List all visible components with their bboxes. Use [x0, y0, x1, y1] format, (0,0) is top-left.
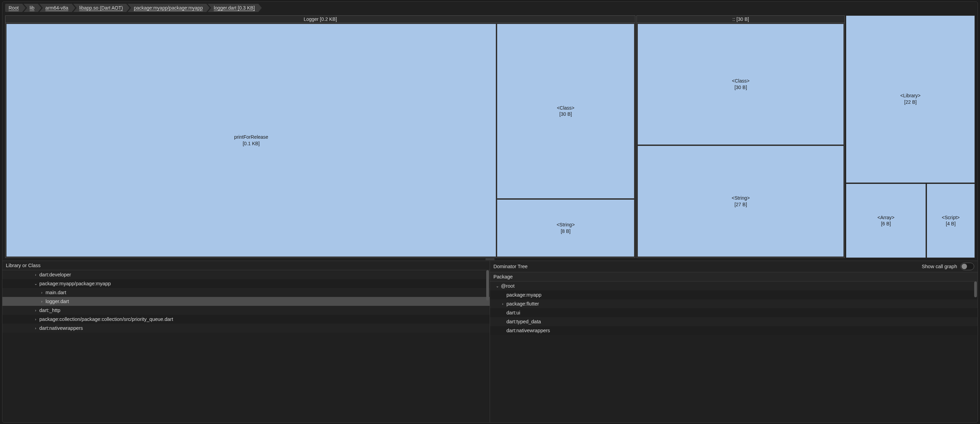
tree-row-selected[interactable]: › logger.dart [2, 297, 490, 306]
treemap-cell-name: <Class> [732, 78, 749, 84]
treemap-cell-library[interactable]: <Library> [22 B] [846, 15, 975, 183]
breadcrumb-label: arm64-v8a [46, 5, 68, 11]
tree-row-label: logger.dart [46, 299, 69, 304]
treemap-cell-size: [30 B] [734, 84, 747, 91]
tree-row[interactable]: dart:ui [490, 308, 978, 317]
breadcrumb-label: Root [8, 5, 19, 11]
treemap-group-header: :: [30 B] [637, 16, 845, 23]
tree-row[interactable]: › main.dart [2, 288, 490, 297]
tree-row-label: main.dart [46, 290, 66, 295]
breadcrumb-label: libapp.so (Dart AOT) [80, 5, 123, 11]
chevron-right-icon: › [39, 299, 44, 303]
show-call-graph-toggle[interactable] [961, 263, 974, 270]
chevron-right-icon: › [33, 326, 38, 330]
breadcrumb-label: package:myapp/package:myapp [134, 5, 203, 11]
treemap-cell-size: [6 B] [881, 220, 891, 227]
treemap-group-right: <Library> [22 B] <Array> [6 B] <Script> … [846, 15, 975, 258]
bottom-panels: Library or Class › dart:developer ⌄ pack… [2, 261, 978, 422]
tree-row-label: package:collection/package:collection/sr… [39, 316, 173, 322]
toggle-knob [961, 264, 967, 269]
treemap-cell-class[interactable]: <Class> [30 B] [497, 24, 635, 199]
column-title: Package [493, 274, 512, 279]
library-tree-header: Library or Class [2, 261, 490, 270]
scrollbar-thumb[interactable] [486, 270, 489, 300]
show-call-graph-control: Show call graph [922, 263, 974, 270]
treemap-cell-size: [0.1 KB] [243, 140, 260, 147]
library-tree-body[interactable]: › dart:developer ⌄ package:myapp/package… [2, 270, 490, 422]
tree-row-label: dart:typed_data [506, 319, 541, 324]
treemap-cell-size: [22 B] [904, 99, 917, 105]
tree-row[interactable]: dart:typed_data [490, 317, 978, 326]
breadcrumb-lib[interactable]: lib [24, 4, 38, 12]
tree-row[interactable]: dart:nativewrappers [490, 326, 978, 335]
tree-row[interactable]: package:myapp [490, 290, 978, 299]
tree-row[interactable]: ⌄ package:myapp/package:myapp [2, 279, 490, 288]
breadcrumb-label: logger.dart [0.3 KB] [214, 5, 255, 11]
tree-row-label: dart:developer [39, 272, 71, 277]
breadcrumb-root[interactable]: Root [5, 4, 22, 12]
treemap-group-logger[interactable]: Logger [0.2 KB] printForRelease [0.1 KB]… [5, 15, 635, 258]
tree-row[interactable]: › package:collection/package:collection/… [2, 315, 490, 324]
chevron-right-icon: › [39, 290, 44, 295]
treemap-group-colon[interactable]: :: [30 B] <Class> [30 B] <String> [27 B] [636, 15, 845, 258]
treemap-cell-name: printForRelease [234, 134, 268, 140]
scrollbar-thumb[interactable] [974, 282, 977, 297]
tree-row[interactable]: ⌄ @root [490, 282, 978, 290]
breadcrumb-file[interactable]: logger.dart [0.3 KB] [208, 4, 258, 12]
treemap-cell-script[interactable]: <Script> [4 B] [927, 183, 975, 258]
breadcrumb: Root lib arm64-v8a libapp.so (Dart AOT) … [2, 2, 978, 14]
dominator-tree-body[interactable]: ⌄ @root package:myapp › package:flutter … [490, 282, 978, 422]
treemap-cell-name: <String> [557, 222, 575, 228]
breadcrumb-package[interactable]: package:myapp/package:myapp [127, 4, 206, 12]
package-column-header: Package [490, 272, 978, 282]
vertical-splitter[interactable] [2, 258, 978, 261]
chevron-right-icon: › [33, 317, 38, 321]
chevron-right-icon: › [33, 273, 38, 277]
tree-row-label: dart:ui [506, 310, 520, 316]
dominator-tree-pane: Dominator Tree Show call graph Package ⌄… [490, 261, 978, 422]
column-title: Library or Class [6, 263, 41, 268]
tree-row-label: @root [501, 283, 515, 289]
tree-row-label: dart:nativewrappers [39, 325, 83, 331]
chevron-down-icon: ⌄ [33, 282, 38, 286]
tree-row-label: package:myapp [506, 292, 541, 298]
tree-row[interactable]: › dart:_http [2, 306, 490, 315]
toggle-label: Show call graph [922, 264, 957, 269]
chevron-right-icon: › [33, 308, 38, 312]
breadcrumb-libapp[interactable]: libapp.so (Dart AOT) [73, 4, 127, 12]
dominator-tree-header: Dominator Tree Show call graph [490, 261, 978, 272]
treemap-cell-name: <Library> [900, 92, 920, 99]
treemap-cell-size: [8 B] [561, 228, 571, 234]
chevron-down-icon: ⌄ [495, 284, 500, 289]
treemap-cell-size: [4 B] [946, 220, 956, 227]
tree-row[interactable]: › dart:developer [2, 270, 490, 279]
treemap-group-header: Logger [0.2 KB] [5, 16, 635, 23]
treemap-cell-class[interactable]: <Class> [30 B] [638, 24, 844, 145]
tree-row[interactable]: › dart:nativewrappers [2, 324, 490, 333]
treemap-cell-name: <Class> [557, 105, 574, 111]
treemap-cell-name: <Script> [942, 214, 959, 221]
column-title: Dominator Tree [493, 264, 528, 269]
grip-icon [485, 258, 495, 260]
breadcrumb-arch[interactable]: arm64-v8a [39, 4, 72, 12]
treemap-cell-printforrelease[interactable]: printForRelease [0.1 KB] [6, 24, 496, 257]
library-tree-pane: Library or Class › dart:developer ⌄ pack… [2, 261, 490, 422]
treemap-cell-size: [27 B] [734, 201, 747, 208]
treemap-cell-size: [30 B] [560, 111, 572, 118]
treemap-cell-string[interactable]: <String> [27 B] [638, 145, 844, 257]
tree-row-label: dart:nativewrappers [506, 328, 550, 333]
treemap: Logger [0.2 KB] printForRelease [0.1 KB]… [2, 14, 978, 258]
treemap-cell-string[interactable]: <String> [8 B] [497, 199, 635, 257]
tree-row-label: package:myapp/package:myapp [39, 281, 111, 286]
tree-row-label: package:flutter [506, 301, 539, 306]
breadcrumb-label: lib [30, 5, 35, 11]
chevron-right-icon: › [500, 302, 505, 306]
tree-row[interactable]: › package:flutter [490, 299, 978, 308]
treemap-cell-name: <String> [732, 195, 750, 201]
treemap-cell-name: <Array> [877, 214, 894, 221]
treemap-cell-array[interactable]: <Array> [6 B] [846, 183, 926, 258]
tree-row-label: dart:_http [39, 308, 60, 313]
